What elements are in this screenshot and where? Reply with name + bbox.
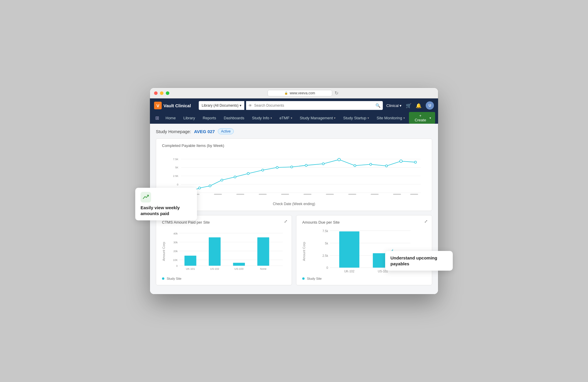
- header-right: Clinical ▾ 🛒 🔔 U: [386, 101, 434, 110]
- bar-left-svg: 40k 30k 20k 10K 0: [167, 228, 286, 275]
- url-text: www.veeva.com: [290, 91, 315, 95]
- dot-green[interactable]: [166, 91, 169, 95]
- nav-study-management[interactable]: Study Management ▾: [296, 114, 339, 122]
- study-management-chevron: ▾: [334, 116, 335, 120]
- svg-text:US-103: US-103: [234, 267, 243, 270]
- nav-etmf[interactable]: eTMF ▾: [276, 114, 296, 122]
- vault-logo: V: [154, 102, 162, 109]
- study-code: AVEG 027: [194, 129, 215, 134]
- expand-left-icon[interactable]: ⤢: [284, 219, 288, 224]
- bar-right-legend: Study Site: [302, 277, 426, 280]
- bar-chart-left-card: CTMS Amount Paid per Site ⤢ Amount Corp: [156, 215, 292, 285]
- app-header: V Vault Clinical Library (All Documents)…: [150, 98, 438, 113]
- clinical-label: Clinical: [386, 103, 399, 108]
- dot-yellow[interactable]: [160, 91, 163, 95]
- app-title: Vault Clinical: [163, 103, 191, 108]
- search-input-wrap: 👁 🔍: [246, 101, 383, 110]
- library-dropdown[interactable]: Library (All Documents) ▾: [199, 101, 244, 110]
- tooltip-left: Easily view weekly amounts paid: [135, 188, 197, 220]
- line-data-point: [276, 166, 278, 168]
- line-data-point: [415, 161, 417, 163]
- nav-study-startup[interactable]: Study Startup ▾: [340, 114, 372, 122]
- svg-text:0: 0: [326, 266, 328, 269]
- line-data-point: [209, 185, 211, 187]
- search-button[interactable]: 🔍: [375, 103, 380, 108]
- legend-dot-left: [162, 277, 164, 280]
- expand-right-icon[interactable]: ⤢: [424, 219, 428, 224]
- bar-chart-left-title: CTMS Amount Paid per Site: [162, 220, 286, 224]
- svg-rect-10: [214, 194, 222, 195]
- nav-home[interactable]: Home: [162, 114, 179, 122]
- bar-right-y-label: Amount Corp: [302, 228, 306, 275]
- bottom-charts-row: CTMS Amount Paid per Site ⤢ Amount Corp: [156, 215, 432, 285]
- bar-chart-left-wrap: Amount Corp 40k 30k: [162, 228, 286, 275]
- line-data-point: [247, 172, 249, 175]
- nav-study-info[interactable]: Study Info ▾: [248, 114, 275, 122]
- dot-red[interactable]: [154, 91, 158, 95]
- nav-library-label: Library: [183, 116, 195, 120]
- svg-rect-11: [236, 194, 244, 195]
- bar-chart-right-title: Amounts Due per Site: [302, 220, 426, 224]
- nav-reports[interactable]: Reports: [199, 114, 220, 122]
- svg-text:7.5K: 7.5K: [173, 158, 178, 161]
- line-data-point: [262, 169, 264, 171]
- line-data-point: [198, 187, 201, 189]
- svg-text:5k: 5k: [325, 242, 328, 245]
- svg-text:5K: 5K: [175, 166, 178, 169]
- svg-rect-19: [410, 194, 418, 195]
- library-chevron-icon: ▾: [240, 103, 241, 108]
- line-data-point: [354, 165, 356, 167]
- svg-text:20k: 20k: [173, 250, 178, 253]
- nav-dashboards[interactable]: Dashboards: [220, 114, 248, 122]
- svg-text:2.5K: 2.5K: [173, 175, 178, 177]
- line-chart-card: Completed Payable Items (by Week) Amo...: [156, 138, 432, 211]
- line-data-point: [234, 176, 236, 178]
- url-pill: 🔒 www.veeva.com: [268, 90, 332, 96]
- library-dropdown-label: Library (All Documents): [202, 103, 238, 108]
- svg-rect-14: [303, 194, 311, 195]
- refresh-button[interactable]: ↻: [335, 90, 338, 96]
- line-data-point: [290, 166, 293, 168]
- line-data-point: [221, 179, 223, 181]
- avatar[interactable]: U: [426, 101, 434, 110]
- page-title-row: Study Homepage: AVEG 027 Active: [156, 128, 432, 134]
- nav-bar: ⊞ Home Library Reports Dashboards Study …: [150, 113, 438, 124]
- create-button[interactable]: + Create ▾: [409, 112, 435, 124]
- bar-chart-right-card: Amounts Due per Site ⤢ Amount Corp: [296, 215, 432, 285]
- tooltip-left-text: Easily view weekly amounts paid: [141, 205, 192, 216]
- create-chevron-icon: ▾: [430, 116, 431, 120]
- svg-rect-15: [326, 194, 334, 195]
- line-chart-title: Completed Payable Items (by Week): [162, 143, 426, 148]
- page-title-prefix: Study Homepage:: [156, 129, 191, 134]
- bar-left-inner: 40k 30k 20k 10K 0: [167, 228, 286, 275]
- line-data-point-peak: [338, 158, 340, 161]
- bell-button[interactable]: 🔔: [416, 103, 422, 108]
- outer-wrapper: Easily view weekly amounts paid Understa…: [132, 76, 456, 306]
- clinical-chevron-icon: ▾: [400, 103, 402, 108]
- svg-text:UK-102: UK-102: [344, 270, 355, 273]
- svg-text:40k: 40k: [173, 232, 178, 235]
- cart-button[interactable]: 🛒: [406, 103, 412, 108]
- grid-icon-button[interactable]: ⊞: [153, 115, 161, 121]
- search-input[interactable]: [254, 103, 374, 108]
- svg-rect-13: [281, 194, 289, 195]
- nav-reports-label: Reports: [203, 116, 216, 120]
- bar-us103: [233, 263, 245, 266]
- svg-text:UK-101: UK-101: [186, 267, 195, 270]
- svg-text:0: 0: [176, 264, 178, 267]
- nav-library[interactable]: Library: [180, 114, 199, 122]
- bar-left-legend: Study Site: [162, 277, 286, 280]
- svg-rect-18: [393, 194, 401, 195]
- clinical-dropdown[interactable]: Clinical ▾: [386, 103, 402, 108]
- nav-study-info-label: Study Info: [252, 116, 269, 120]
- svg-rect-12: [259, 194, 267, 195]
- svg-rect-16: [348, 194, 356, 195]
- bar-none: [257, 237, 269, 266]
- binoculars-icon: 👁: [248, 103, 252, 108]
- svg-text:None: None: [260, 267, 267, 270]
- line-chart-polyline: [188, 160, 415, 193]
- nav-site-monitoring[interactable]: Site Monitoring ▾: [373, 114, 408, 122]
- nav-study-startup-label: Study Startup: [343, 116, 366, 120]
- url-bar: 🔒 www.veeva.com ↻: [172, 90, 434, 96]
- svg-text:US-102: US-102: [210, 267, 219, 270]
